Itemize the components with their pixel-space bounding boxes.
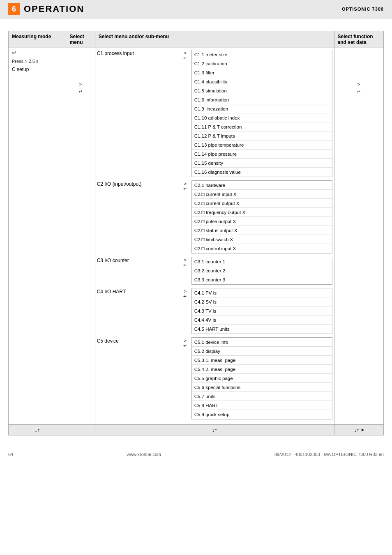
section-c3-label: C3 I/O counter (97, 257, 179, 285)
list-item: C2.□ current output X (192, 199, 332, 208)
col-header-sub-menu: Select menu and/or sub-menu (95, 31, 334, 48)
col-header-select-menu: Select menu (66, 31, 95, 48)
section-c1-arrow: >↵ (179, 50, 191, 177)
list-item: C1.16 diagnosis value (192, 168, 332, 177)
list-item: C1.1 meter size (192, 50, 332, 59)
list-item: C4.4 4V is (192, 315, 332, 325)
function-arrows: >↵ (338, 81, 380, 95)
header-left: 6 OPERATION (8, 3, 84, 15)
section-c3-arrow: >↵ (179, 257, 191, 285)
col-header-measuring: Measuring mode (9, 31, 66, 48)
list-item: C1.2 calibration (192, 59, 332, 68)
list-item: C1.3 filter (192, 68, 332, 77)
press-label: Press > 2.5 s (12, 59, 39, 64)
section-c4-items: C4.1 PV is C4.2 SV is C4.3 TV is C4.4 4V… (191, 288, 332, 334)
list-item: C5.3.1. meas. page (192, 356, 332, 365)
list-item: C2.□ status output X (192, 226, 332, 235)
list-item: C1.5 simulation (192, 86, 332, 95)
footer-col4: ↓↑ > (334, 425, 383, 435)
list-item: C3.3 counter 3 (192, 275, 332, 284)
main-content: Measuring mode Select menu Select menu a… (0, 18, 392, 444)
section-c2-arrow: >↵ (179, 180, 191, 253)
page-footer: 64 www.krohne.com 09/2012 - 4001102303 -… (0, 444, 392, 461)
list-item: C5.4.2. meas. page (192, 365, 332, 374)
section-c2: C2 I/O (input/output) >↵ C2.1 hardware C… (97, 180, 332, 253)
footer-col3: ↓↑ (95, 425, 334, 435)
list-item: C1.4 plausibility (192, 77, 332, 86)
section-c5-items: C5.1 device info C5.2 display C5.3.1. me… (191, 337, 332, 419)
footer-col1: ↓↑ (9, 425, 66, 435)
section-c2-items: C2.1 hardware C2.□ current input X C2.□ … (191, 180, 332, 253)
select-menu-arrows: >↵ (69, 81, 91, 95)
section-c1: C1 process input >↵ C1.1 meter size C1.2… (97, 50, 332, 177)
section-c4-label: C4 I/O HART (97, 288, 179, 334)
page-number: 64 (8, 452, 13, 457)
table-footer-row: ↓↑ ↓↑ ↓↑ > (9, 425, 384, 435)
list-item: C3.2 counter 2 (192, 266, 332, 275)
list-item: C1.14 pipe pressure (192, 150, 332, 159)
list-item: C2.□ limit switch X (192, 235, 332, 244)
list-item: C5.2 display (192, 347, 332, 356)
list-item: C2.1 hardware (192, 181, 332, 190)
brand-label: OPTISONIC 7300 (342, 7, 384, 12)
c-setup-label: C setup (12, 67, 62, 72)
select-menu-cell: >↵ (66, 48, 95, 425)
chapter-number: 6 (8, 3, 20, 15)
list-item: C1.13 pipe temperature (192, 140, 332, 150)
col-header-function: Select function and set data (334, 31, 383, 48)
list-item: C1.11 P & T correction (192, 122, 332, 131)
enter-arrow: ↵ (12, 50, 62, 56)
website: www.krohne.com (127, 452, 161, 457)
list-item: C5.6 special functions (192, 383, 332, 392)
measuring-mode-cell: ↵ Press > 2.5 s C setup (9, 48, 66, 425)
doc-ref: 09/2012 - 4001102303 - MA OPTISONIC 7300… (274, 452, 384, 457)
section-c1-label: C1 process input (97, 50, 179, 177)
list-item: C4.1 PV is (192, 288, 332, 297)
list-item: C2.□ current input X (192, 190, 332, 199)
section-c1-items: C1.1 meter size C1.2 calibration C1.3 fi… (191, 50, 332, 177)
section-c3: C3 I/O counter >↵ C3.1 counter 1 C3.2 co… (97, 257, 332, 285)
section-c4-arrow: >↵ (179, 288, 191, 334)
list-item: C4.5 HART units (192, 325, 332, 334)
list-item: C4.2 SV is (192, 297, 332, 306)
section-c3-items: C3.1 counter 1 C3.2 counter 2 C3.3 count… (191, 257, 332, 285)
function-cell: >↵ (334, 48, 383, 425)
list-item: C5.5 graphic page (192, 374, 332, 383)
section-c5: C5 device >↵ C5.1 device info C5.2 displ… (97, 337, 332, 419)
list-item: C2.□ frequency output X (192, 208, 332, 217)
list-item: C4.3 TV is (192, 306, 332, 315)
section-c4: C4 I/O HART >↵ C4.1 PV is C4.2 SV is C4.… (97, 288, 332, 334)
list-item: C1.9 lineazation (192, 104, 332, 113)
page-header: 6 OPERATION OPTISONIC 7300 (0, 0, 392, 18)
list-item: C1.6 information (192, 95, 332, 104)
section-c5-label: C5 device (97, 337, 179, 419)
list-item: C2.□ control input X (192, 244, 332, 253)
sub-menu-cell: C1 process input >↵ C1.1 meter size C1.2… (95, 48, 334, 425)
footer-col2 (66, 425, 95, 435)
navigation-table: Measuring mode Select menu Select menu a… (8, 31, 384, 435)
section-c5-arrow: >↵ (179, 337, 191, 419)
list-item: C2.□ pulse output X (192, 217, 332, 226)
chapter-title: OPERATION (24, 4, 84, 14)
list-item: C1.15 density (192, 159, 332, 168)
section-c2-label: C2 I/O (input/output) (97, 180, 179, 253)
list-item: C5.7 units (192, 392, 332, 401)
list-item: C3.1 counter 1 (192, 257, 332, 266)
main-data-row: ↵ Press > 2.5 s C setup >↵ C1 process i (9, 48, 384, 425)
list-item: C5.8 HART (192, 401, 332, 410)
list-item: C1.12 P & T imputs (192, 131, 332, 140)
list-item: C5.1 device info (192, 338, 332, 347)
list-item: C5.9 quick setup (192, 410, 332, 419)
list-item: C1.10 adiabatic index (192, 113, 332, 122)
